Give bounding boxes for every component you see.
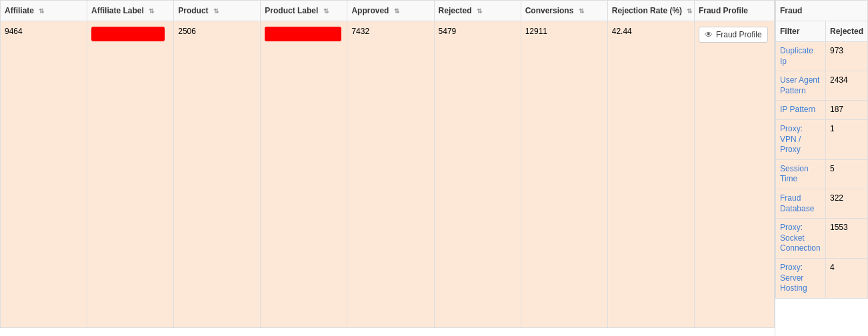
col-header-affiliate-label-col[interactable]: Affiliate Label ⇅ [87, 1, 174, 21]
col-header-affiliate-label: Affiliate [5, 6, 34, 15]
rejection-rate-value: 42.44 [612, 27, 632, 36]
fraud-rejected-cell: 2434 [825, 71, 867, 101]
fraud-filter-cell: IP Pattern [776, 101, 826, 120]
cell-affiliate-label [87, 21, 174, 328]
fraud-row: Proxy: Socket Connection1553 [776, 219, 868, 259]
sort-icon-product-label: ⇅ [323, 7, 329, 15]
fraud-filter-cell: Fraud Database [776, 189, 826, 218]
col-header-conversions[interactable]: Conversions ⇅ [521, 1, 607, 21]
fraud-filter-link-0[interactable]: Duplicate Ip [780, 46, 821, 67]
cell-fraud-profile: 👁 Fraud Profile [694, 21, 774, 328]
col-header-rejection-rate[interactable]: Rejection Rate (%) ⇅ [607, 1, 694, 21]
main-table: Affiliate ⇅ Affiliate Label ⇅ Product ⇅ … [0, 0, 775, 328]
fraud-filter-link-4[interactable]: Session Time [780, 164, 821, 185]
fraud-rejected-cell: 1553 [825, 219, 867, 259]
affiliate-value: 9464 [5, 27, 23, 36]
fraud-profile-button[interactable]: 👁 Fraud Profile [699, 27, 768, 43]
sort-icon-conversions: ⇅ [579, 7, 584, 15]
fraud-profile-btn-label: Fraud Profile [716, 30, 762, 39]
fraud-col-header-rejected: Rejected [825, 21, 867, 42]
cell-conversions: 12911 [521, 21, 607, 328]
fraud-row: Proxy: VPN / Proxy1 [776, 119, 868, 159]
eye-icon: 👁 [705, 30, 713, 39]
col-header-rejection-rate-label: Rejection Rate (%) [612, 6, 682, 15]
col-header-product[interactable]: Product ⇅ [174, 1, 261, 21]
fraud-col-header-filter: Filter [776, 21, 826, 42]
main-table-wrapper: Affiliate ⇅ Affiliate Label ⇅ Product ⇅ … [0, 0, 775, 336]
fraud-panel: Fraud Filter Rejected Duplicate Ip973Use… [775, 0, 868, 336]
col-header-affiliate[interactable]: Affiliate ⇅ [1, 1, 87, 21]
fraud-table: Fraud Filter Rejected Duplicate Ip973Use… [775, 0, 868, 299]
col-header-product-label-col[interactable]: Product Label ⇅ [261, 1, 347, 21]
fraud-rejected-cell: 4 [825, 258, 867, 298]
fraud-filter-link-3[interactable]: Proxy: VPN / Proxy [780, 124, 821, 155]
sort-icon-approved: ⇅ [394, 7, 399, 15]
fraud-filter-cell: Proxy: Server Hosting [776, 258, 826, 298]
cell-product-label [261, 21, 347, 328]
fraud-filter-link-1[interactable]: User Agent Pattern [780, 75, 821, 96]
col-header-conversions-label: Conversions [525, 6, 574, 15]
fraud-row: IP Pattern187 [776, 101, 868, 120]
fraud-filter-cell: Duplicate Ip [776, 42, 826, 71]
fraud-rejected-cell: 322 [825, 189, 867, 218]
col-header-rejected[interactable]: Rejected ⇅ [434, 1, 521, 21]
fraud-row: User Agent Pattern2434 [776, 71, 868, 101]
sort-icon-rejection-rate: ⇅ [687, 7, 692, 15]
fraud-rejected-cell: 973 [825, 42, 867, 71]
col-header-fraud-profile: Fraud Profile [694, 1, 774, 21]
col-header-product-label: Product [178, 6, 208, 15]
col-header-rejected-label: Rejected [439, 6, 472, 15]
approved-value: 7432 [351, 27, 369, 36]
fraud-filter-cell: User Agent Pattern [776, 71, 826, 101]
fraud-main-header: Fraud [776, 1, 868, 21]
sort-icon-affiliate-label: ⇅ [149, 7, 154, 15]
fraud-rejected-cell: 187 [825, 101, 867, 120]
col-header-affiliate-label-text: Affiliate Label [91, 6, 144, 15]
col-header-approved[interactable]: Approved ⇅ [347, 1, 434, 21]
fraud-row: Duplicate Ip973 [776, 42, 868, 71]
fraud-row: Fraud Database322 [776, 189, 868, 218]
fraud-filter-cell: Proxy: Socket Connection [776, 219, 826, 259]
sort-icon-affiliate: ⇅ [39, 7, 44, 15]
cell-rejection-rate: 42.44 [607, 21, 694, 328]
col-header-approved-label: Approved [351, 6, 389, 15]
affiliate-label-redacted [91, 27, 165, 41]
cell-rejected: 5479 [434, 21, 521, 328]
fraud-filter-cell: Session Time [776, 159, 826, 189]
fraud-filter-link-2[interactable]: IP Pattern [780, 105, 821, 115]
fraud-rejected-cell: 1 [825, 119, 867, 159]
fraud-filter-link-6[interactable]: Proxy: Socket Connection [780, 223, 821, 254]
fraud-rejected-cell: 5 [825, 159, 867, 189]
fraud-filter-cell: Proxy: VPN / Proxy [776, 119, 826, 159]
col-header-fraud-profile-label: Fraud Profile [699, 6, 748, 15]
col-header-product-label-text: Product Label [265, 6, 318, 15]
fraud-filter-link-7[interactable]: Proxy: Server Hosting [780, 263, 821, 294]
main-container: Affiliate ⇅ Affiliate Label ⇅ Product ⇅ … [0, 0, 868, 336]
fraud-filter-link-5[interactable]: Fraud Database [780, 193, 821, 214]
fraud-row: Proxy: Server Hosting4 [776, 258, 868, 298]
cell-affiliate: 9464 [1, 21, 87, 328]
rejected-value: 5479 [439, 27, 457, 36]
fraud-row: Session Time5 [776, 159, 868, 189]
cell-approved: 7432 [347, 21, 434, 328]
sort-icon-rejected: ⇅ [477, 7, 482, 15]
product-value: 2506 [178, 27, 196, 36]
table-row: 9464 2506 7432 5479 [1, 21, 775, 328]
product-label-redacted [265, 27, 341, 41]
sort-icon-product: ⇅ [213, 7, 219, 15]
cell-product: 2506 [174, 21, 261, 328]
conversions-value: 12911 [525, 27, 547, 36]
